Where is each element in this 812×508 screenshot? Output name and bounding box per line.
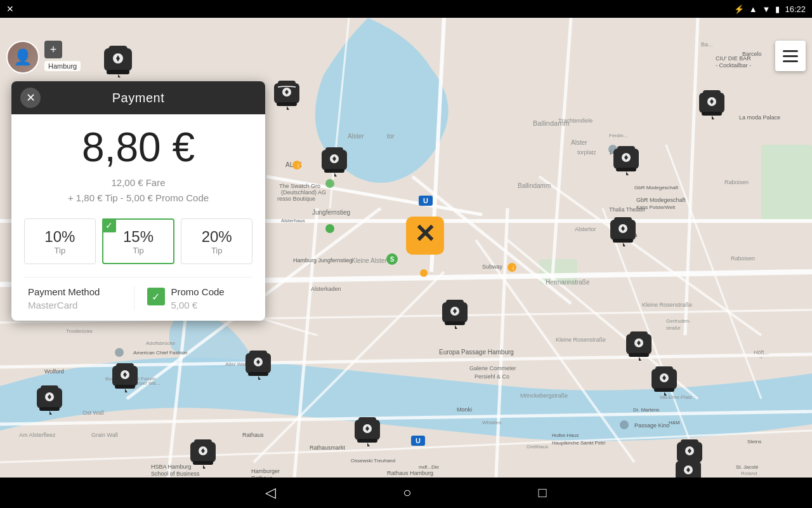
svg-text:Ossewski Treuhand: Ossewski Treuhand — [351, 458, 395, 464]
svg-text:Roland: Roland — [741, 471, 757, 476]
svg-text:Hauptkirche Sankt Petri: Hauptkirche Sankt Petri — [552, 440, 605, 446]
svg-text:Dr. Martens: Dr. Martens — [633, 407, 659, 413]
svg-rect-172 — [655, 366, 673, 374]
svg-text:Jungfernstieg: Jungfernstieg — [312, 209, 350, 216]
cab-marker[interactable] — [111, 361, 139, 392]
tip-15-pct: 15% — [123, 228, 154, 246]
tip-10-label: Tip — [55, 246, 66, 255]
svg-rect-192 — [679, 458, 697, 466]
svg-text:Alsterkaden: Alsterkaden — [311, 286, 341, 292]
svg-marker-155 — [639, 357, 641, 361]
promo-value: 5,00 € — [171, 300, 225, 311]
svg-rect-124 — [277, 102, 297, 106]
close-button[interactable]: ✕ — [20, 88, 41, 108]
svg-text:U: U — [416, 437, 421, 444]
svg-point-36 — [292, 161, 301, 170]
tip-15-check: ✓ — [102, 218, 116, 232]
tip-section: 10% Tip ✓ 15% Tip 20% Tip — [24, 218, 252, 264]
svg-text:U: U — [423, 197, 428, 204]
svg-marker-145 — [623, 243, 625, 246]
svg-rect-1 — [761, 145, 812, 221]
svg-text:Alster: Alster — [571, 139, 587, 146]
svg-rect-174 — [654, 388, 674, 392]
svg-rect-127 — [703, 90, 721, 98]
cab-marker[interactable] — [650, 364, 678, 396]
svg-text:Adolfsbrücke: Adolfsbrücke — [146, 340, 176, 346]
payment-method-col[interactable]: Payment Method MasterCard — [24, 286, 134, 311]
time-display: 16:22 — [785, 4, 806, 14]
cab-marker[interactable] — [273, 78, 301, 110]
svg-text:Europa Passage Hamburg: Europa Passage Hamburg — [439, 349, 514, 356]
svg-rect-137 — [617, 146, 635, 154]
menu-button[interactable] — [775, 41, 806, 71]
cab-marker[interactable] — [244, 348, 272, 380]
svg-text:mdf...Die: mdf...Die — [419, 464, 440, 470]
svg-text:Alster: Alster — [348, 133, 364, 140]
svg-point-88 — [620, 420, 629, 429]
svg-marker-165 — [125, 389, 128, 392]
svg-point-56 — [325, 179, 334, 188]
small-cab-marker[interactable] — [103, 43, 133, 77]
svg-rect-154 — [629, 353, 649, 357]
svg-text:Passage Kino: Passage Kino — [634, 422, 670, 429]
svg-rect-201 — [107, 70, 129, 74]
cab-marker[interactable] — [353, 415, 381, 446]
svg-text:Steins: Steins — [747, 439, 761, 444]
tip-10-pct: 10% — [44, 228, 75, 246]
svg-text:Wolford: Wolford — [44, 368, 64, 375]
svg-text:Kleine Rosenstraße: Kleine Rosenstraße — [642, 302, 692, 308]
cab-marker[interactable] — [698, 88, 726, 119]
fare-details: 12,00 € Fare + 1,80 € Tip - 5,00 € Promo… — [24, 175, 252, 206]
svg-text:tor: tor — [387, 133, 395, 140]
tip-15-button[interactable]: ✓ 15% Tip — [102, 218, 175, 264]
svg-marker-130 — [712, 116, 714, 119]
svg-text:Galerie Commeter: Galerie Commeter — [469, 365, 516, 371]
svg-rect-164 — [115, 385, 135, 389]
cab-marker[interactable] — [441, 297, 469, 329]
cab-marker[interactable] — [612, 144, 640, 175]
cab-marker[interactable] — [36, 383, 63, 415]
cab-marker[interactable] — [609, 215, 637, 246]
recent-button[interactable]: □ — [539, 485, 547, 501]
svg-text:Rathaus Hamburg: Rathaus Hamburg — [387, 470, 433, 476]
svg-rect-132 — [325, 147, 343, 155]
promo-code-col[interactable]: ✓ Promo Code 5,00 € — [134, 286, 253, 311]
svg-rect-184 — [193, 461, 213, 465]
svg-text:Hamburger: Hamburger — [251, 468, 280, 474]
bluetooth-icon: ⚡ — [734, 4, 744, 14]
svg-point-57 — [420, 269, 428, 277]
svg-rect-179 — [357, 439, 377, 443]
svg-text:Kleine Rosenstraße: Kleine Rosenstraße — [556, 337, 606, 343]
tip-20-button[interactable]: 20% Tip — [181, 218, 252, 264]
svg-rect-157 — [249, 351, 267, 358]
wifi-icon: ▼ — [763, 4, 771, 14]
svg-text:American Chief Fashion: American Chief Fashion — [133, 350, 187, 356]
svg-rect-152 — [630, 331, 648, 339]
svg-text:GbR Modegeschaft: GbR Modegeschaft — [636, 197, 686, 203]
svg-text:Ballindamm: Ballindamm — [518, 182, 551, 189]
svg-text:- Cocktailbar -: - Cocktailbar - — [716, 62, 751, 69]
add-button[interactable]: + — [44, 41, 62, 58]
svg-text:Am Alsterfleez: Am Alsterfleez — [19, 432, 56, 438]
promo-check-icon: ✓ — [147, 288, 165, 305]
home-button[interactable]: ○ — [403, 485, 411, 501]
svg-marker-125 — [287, 106, 289, 110]
svg-text:HSBA Hamburg: HSBA Hamburg — [151, 464, 192, 470]
close-icon: ✕ — [6, 4, 14, 14]
svg-text:Gertruden-: Gertruden- — [666, 318, 691, 324]
avatar[interactable]: 👤 — [6, 41, 39, 74]
svg-rect-199 — [108, 46, 128, 53]
svg-text:St. Jacobi: St. Jacobi — [736, 464, 758, 470]
svg-marker-175 — [664, 392, 667, 396]
svg-text:Grain Wall: Grain Wall — [91, 432, 118, 438]
svg-marker-180 — [367, 443, 370, 446]
cab-marker[interactable] — [320, 145, 348, 177]
svg-rect-142 — [614, 217, 632, 225]
cab-marker[interactable] — [189, 437, 217, 469]
svg-rect-129 — [702, 112, 722, 116]
tip-20-pct: 20% — [202, 228, 232, 246]
tip-10-button[interactable]: 10% Tip — [24, 218, 96, 264]
svg-text:Mönckebergstraße: Mönckebergstraße — [520, 392, 568, 399]
cab-marker[interactable] — [625, 329, 653, 361]
back-button[interactable]: ◁ — [265, 485, 276, 501]
